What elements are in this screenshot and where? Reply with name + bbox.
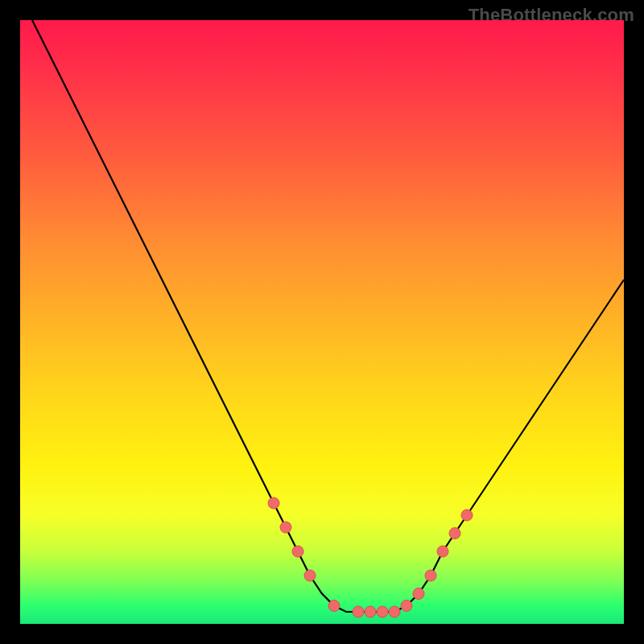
marker-dot [377,606,388,617]
marker-dot [413,588,424,600]
marker-dot [437,546,448,557]
marker-dot [365,606,376,617]
marker-dot [268,497,279,509]
marker-group [268,497,473,617]
marker-dot [401,601,412,612]
marker-dot [304,570,316,581]
chart-frame: TheBottleneck.com [0,0,644,644]
marker-dot [449,528,460,539]
marker-dot [353,606,364,617]
bottleneck-curve [32,20,624,612]
marker-dot [292,546,303,557]
marker-dot [389,606,400,617]
marker-dot [461,510,473,521]
curve-svg [20,20,624,624]
marker-dot [328,601,340,612]
plot-area [20,20,624,624]
marker-dot [280,522,291,533]
marker-dot [425,570,436,581]
